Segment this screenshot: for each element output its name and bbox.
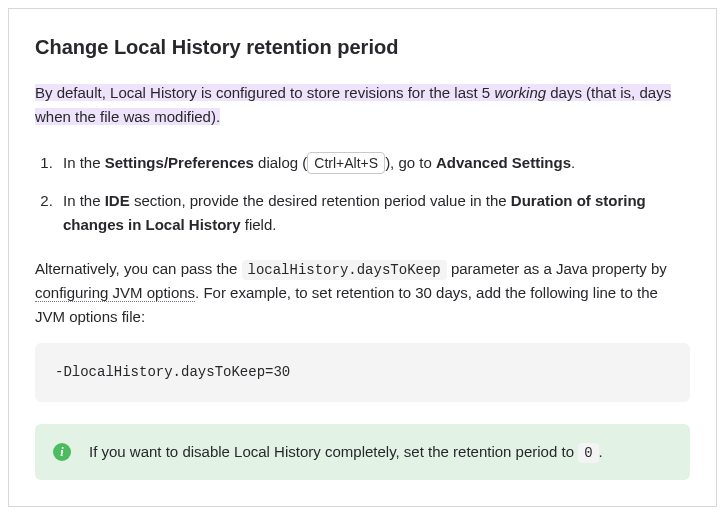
- intro-paragraph: By default, Local History is configured …: [35, 81, 690, 129]
- step-2: In the IDE section, provide the desired …: [57, 189, 690, 237]
- property-name-code: localHistory.daysToKeep: [242, 260, 447, 280]
- ide-section-name: IDE: [105, 192, 130, 209]
- doc-section: Change Local History retention period By…: [8, 8, 717, 507]
- tip-text: If you want to disable Local History com…: [89, 440, 672, 464]
- tip-callout: i If you want to disable Local History c…: [35, 424, 690, 480]
- code-block: -DlocalHistory.daysToKeep=30: [35, 343, 690, 401]
- zero-code: 0: [578, 443, 598, 463]
- jvm-options-link[interactable]: configuring JVM options: [35, 284, 195, 302]
- shortcut-key: Ctrl+Alt+S: [307, 152, 385, 174]
- section-heading: Change Local History retention period: [35, 31, 690, 63]
- info-icon: i: [53, 443, 71, 461]
- steps-list: In the Settings/Preferences dialog (Ctrl…: [35, 151, 690, 237]
- settings-dialog-name: Settings/Preferences: [105, 154, 254, 171]
- advanced-settings-name: Advanced Settings: [436, 154, 571, 171]
- intro-emphasis: working: [494, 84, 546, 101]
- step-1: In the Settings/Preferences dialog (Ctrl…: [57, 151, 690, 175]
- alt-paragraph: Alternatively, you can pass the localHis…: [35, 257, 690, 329]
